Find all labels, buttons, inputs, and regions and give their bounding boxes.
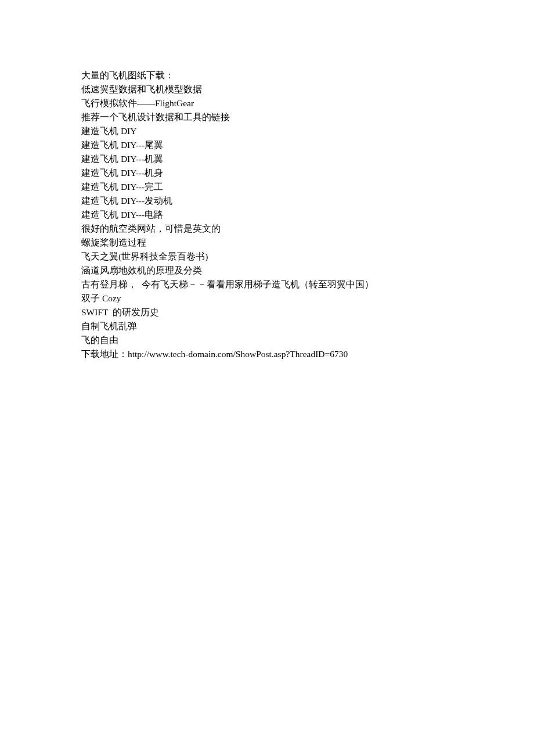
text-line: 双子 Cozy bbox=[81, 291, 453, 305]
text-line: 建造飞机 DIY---电路 bbox=[81, 208, 453, 222]
text-line: 自制飞机乱弹 bbox=[81, 319, 453, 333]
text-line: SWIFT 的研发历史 bbox=[81, 305, 453, 319]
text-line: 古有登月梯， 今有飞天梯－－看看用家用梯子造飞机（转至羽翼中国） bbox=[81, 278, 453, 291]
text-line: 飞的自由 bbox=[81, 333, 453, 347]
text-line: 下载地址：http://www.tech-domain.com/ShowPost… bbox=[81, 347, 453, 361]
text-line: 螺旋桨制造过程 bbox=[81, 236, 453, 250]
text-line: 建造飞机 DIY---机翼 bbox=[81, 152, 453, 166]
text-line: 涵道风扇地效机的原理及分类 bbox=[81, 264, 453, 278]
text-line: 飞行模拟软件——FlightGear bbox=[81, 96, 453, 110]
text-line: 低速翼型数据和飞机模型数据 bbox=[81, 82, 453, 96]
text-line: 建造飞机 DIY---完工 bbox=[81, 180, 453, 194]
text-line: 很好的航空类网站，可惜是英文的 bbox=[81, 222, 453, 236]
text-line: 大量的飞机图纸下载： bbox=[81, 69, 453, 82]
text-line: 建造飞机 DIY bbox=[81, 124, 453, 138]
document-page: 大量的飞机图纸下载： 低速翼型数据和飞机模型数据 飞行模拟软件——FlightG… bbox=[0, 0, 534, 361]
text-line: 飞天之翼(世界科技全景百卷书) bbox=[81, 250, 453, 264]
text-line: 建造飞机 DIY---尾翼 bbox=[81, 138, 453, 152]
text-line: 推荐一个飞机设计数据和工具的链接 bbox=[81, 110, 453, 124]
text-line: 建造飞机 DIY---发动机 bbox=[81, 194, 453, 208]
text-line: 建造飞机 DIY---机身 bbox=[81, 166, 453, 180]
